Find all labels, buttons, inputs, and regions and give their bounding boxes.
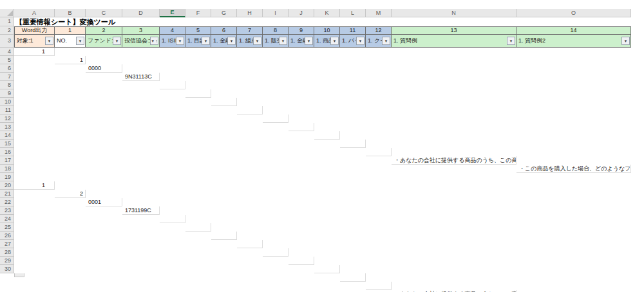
row-header-17[interactable]: 17 xyxy=(0,156,14,165)
column-header-n[interactable]: N xyxy=(392,9,516,17)
cell-empty-E4[interactable] xyxy=(160,81,185,89)
band-header-i2[interactable]: 8 xyxy=(263,26,289,35)
cell-empty-I4[interactable] xyxy=(263,114,289,123)
filter-dropdown-icon[interactable]: ▼ xyxy=(176,37,184,45)
cell-empty-I5[interactable] xyxy=(263,248,289,257)
filter-header-a3[interactable]: 対象:1▼ xyxy=(14,35,55,48)
cell-question1-N4[interactable]: ・あなたの会社に提供する商品のうち、この商品が私の知 xyxy=(392,156,516,165)
column-header-o[interactable]: O xyxy=(516,9,631,17)
filter-dropdown-icon[interactable]: ▼ xyxy=(227,37,236,45)
cell-assoc-code-D5[interactable]: 1731199C xyxy=(122,206,160,215)
row-header-2[interactable]: 2 xyxy=(0,26,14,35)
filter-header-f3[interactable]: 1. 目論▼ xyxy=(185,35,211,48)
row-header-14[interactable]: 14 xyxy=(0,131,14,140)
cell-empty-F4[interactable] xyxy=(185,89,211,98)
filter-header-d3[interactable]: 投信協会コード▼↑ xyxy=(122,35,160,48)
filter-dropdown-icon[interactable]: ▼ xyxy=(330,37,339,45)
row-header-28[interactable]: 28 xyxy=(0,248,14,257)
column-header-j[interactable]: J xyxy=(289,9,314,17)
filter-dropdown-icon[interactable]: ▼ xyxy=(76,37,84,45)
cell-empty-L5[interactable] xyxy=(340,273,366,282)
cell-question2-O4[interactable]: ・この商品を購入した場合、どのようなフォローアップを xyxy=(516,165,631,173)
row-header-7[interactable]: 7 xyxy=(0,73,14,81)
row-header-11[interactable]: 11 xyxy=(0,106,14,114)
filter-header-m3[interactable]: 1. クー▼ xyxy=(366,35,392,48)
band-header-d2[interactable]: 3 xyxy=(122,26,160,35)
filter-dropdown-icon[interactable]: ▼ xyxy=(45,37,53,45)
band-header-c2[interactable]: 2 xyxy=(86,26,122,35)
row-header-24[interactable]: 24 xyxy=(0,215,14,223)
row-header-13[interactable]: 13 xyxy=(0,123,14,131)
column-header-l[interactable]: L xyxy=(340,9,366,17)
cell-assoc-code-D4[interactable]: 9N31113C xyxy=(122,73,160,81)
band-header-g2[interactable]: 6 xyxy=(211,26,237,35)
band-header-k2[interactable]: 10 xyxy=(314,26,340,35)
row-header-18[interactable]: 18 xyxy=(0,165,14,173)
cell-empty-J5[interactable] xyxy=(289,257,314,265)
row-header-3[interactable]: 3 xyxy=(0,35,14,48)
row-header-12[interactable]: 12 xyxy=(0,114,14,123)
cell-empty-M5[interactable] xyxy=(366,282,392,290)
column-header-h[interactable]: H xyxy=(237,9,263,17)
row-header-21[interactable]: 21 xyxy=(0,190,14,198)
filter-dropdown-icon[interactable]: ▼ xyxy=(507,37,515,45)
band-header-l2[interactable]: 11 xyxy=(340,26,366,35)
band-header-b2[interactable]: 1 xyxy=(55,26,86,35)
cell-empty-K4[interactable] xyxy=(314,131,340,140)
row-header-27[interactable]: 27 xyxy=(0,240,14,248)
row-header-8[interactable]: 8 xyxy=(0,81,14,89)
filter-dropdown-icon[interactable]: ▼ xyxy=(382,37,390,45)
filter-header-c3[interactable]: ファンドコー▼ xyxy=(86,35,122,48)
row-header-5[interactable]: 5 xyxy=(0,56,14,64)
column-header-g[interactable]: G xyxy=(211,9,237,17)
cell-empty-H5[interactable] xyxy=(237,240,263,248)
column-header-b[interactable]: B xyxy=(55,9,86,17)
filter-header-b3[interactable]: NO.▼ xyxy=(55,35,86,48)
cell-no-B4[interactable]: 1 xyxy=(55,56,86,64)
band-header-f2[interactable]: 5 xyxy=(185,26,211,35)
row-header-19[interactable]: 19 xyxy=(0,173,14,181)
row-header-29[interactable]: 29 xyxy=(0,257,14,265)
cell-fund-code-C5[interactable]: 0001 xyxy=(86,198,122,206)
filter-header-h3[interactable]: 1. 組成▼ xyxy=(237,35,263,48)
band-header-a2[interactable]: Word出力 xyxy=(14,26,55,35)
cell-empty-J4[interactable] xyxy=(289,123,314,131)
cell-empty-L4[interactable] xyxy=(340,140,366,148)
row-header-15[interactable]: 15 xyxy=(0,140,14,148)
filter-dropdown-icon[interactable]: ▼ xyxy=(621,37,630,45)
filter-dropdown-icon[interactable]: ▼ xyxy=(356,37,365,45)
select-all-corner[interactable] xyxy=(0,9,14,17)
filter-dropdown-icon[interactable]: ▼ xyxy=(113,37,121,45)
cell-target-A5[interactable]: 1 xyxy=(14,181,55,190)
filter-header-e3[interactable]: 1. ISIN▼ xyxy=(160,35,185,48)
band-header-m2[interactable]: 12 xyxy=(366,26,392,35)
column-header-k[interactable]: K xyxy=(314,9,340,17)
column-header-d[interactable]: D xyxy=(122,9,160,17)
filter-dropdown-icon[interactable]: ▼ xyxy=(253,37,261,45)
cell-empty-H4[interactable] xyxy=(237,106,263,114)
row-header-10[interactable]: 10 xyxy=(0,98,14,106)
row-header-16[interactable]: 16 xyxy=(0,148,14,156)
filter-sort-icon[interactable]: ▼↑ xyxy=(150,37,158,45)
band-header-o2[interactable]: 14 xyxy=(516,26,631,35)
column-header-c[interactable]: C xyxy=(86,9,122,17)
filter-dropdown-icon[interactable]: ▼ xyxy=(279,37,287,45)
row-header-4[interactable]: 4 xyxy=(0,48,14,56)
cell-empty-G5[interactable] xyxy=(211,232,237,240)
band-header-e2[interactable]: 4 xyxy=(160,26,185,35)
filter-header-g3[interactable]: 1. 金融▼ xyxy=(211,35,237,48)
row-header-9[interactable]: 9 xyxy=(0,89,14,98)
row-header-20[interactable]: 20 xyxy=(0,181,14,190)
cell-empty-M4[interactable] xyxy=(366,148,392,156)
filter-header-i3[interactable]: 1. 販売▼ xyxy=(263,35,289,48)
row-header-30[interactable]: 30 xyxy=(0,265,14,273)
column-header-f[interactable]: F xyxy=(185,9,211,17)
row-header-25[interactable]: 25 xyxy=(0,223,14,232)
cell-empty-E5[interactable] xyxy=(160,215,185,223)
filter-header-n3[interactable]: 1. 質問例▼ xyxy=(392,35,516,48)
cell-fund-code-C4[interactable]: 0000 xyxy=(86,64,122,73)
column-header-m[interactable]: M xyxy=(366,9,392,17)
column-header-a[interactable]: A xyxy=(14,9,55,17)
cell-empty-F5[interactable] xyxy=(185,223,211,232)
column-header-e[interactable]: E xyxy=(160,9,185,17)
